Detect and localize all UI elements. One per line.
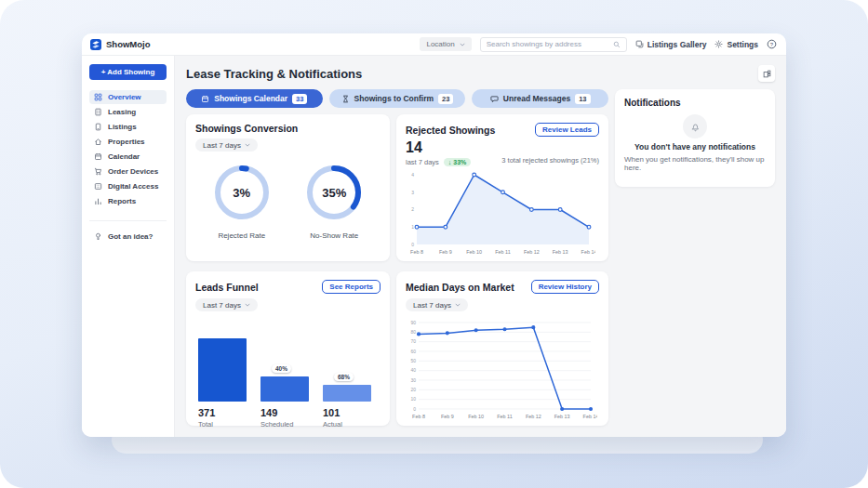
funnel-bar-scheduled: 40%149Scheduled: [260, 364, 309, 429]
location-dropdown[interactable]: Location: [420, 37, 471, 51]
search-icon: [613, 41, 621, 48]
svg-text:Feb 14: Feb 14: [581, 249, 595, 255]
conversion-range-dropdown[interactable]: Last 7 days: [195, 138, 258, 152]
rejected-count: 14: [406, 139, 471, 156]
hourglass-icon: [341, 95, 350, 103]
tabs-row: Showings Calendar 33 Showings to Confirm…: [186, 89, 608, 108]
review-leads-button[interactable]: Review Leads: [535, 123, 599, 137]
sidebar-item-label: Properties: [108, 138, 145, 146]
sidebar-item-label: Digital Access: [108, 182, 158, 191]
chevron-down-icon: [455, 303, 461, 307]
listings-gallery-label: Listings Gallery: [648, 40, 707, 49]
tab-showings-calendar[interactable]: Showings Calendar 33: [186, 89, 323, 108]
bar-value: 149: [260, 407, 309, 418]
notifications-empty-title: You don't have any notifications: [634, 142, 755, 152]
svg-text:1: 1: [411, 224, 414, 230]
svg-text:Feb 9: Feb 9: [439, 249, 452, 255]
settings-link[interactable]: Settings: [714, 40, 758, 49]
bar: [260, 376, 309, 402]
lightbulb-icon: [94, 232, 102, 241]
cart-icon: [94, 167, 102, 176]
range-label: Last 7 days: [203, 141, 241, 150]
calendar-icon: [94, 152, 102, 161]
tab-count-badge: 23: [438, 94, 453, 104]
svg-text:50: 50: [410, 358, 416, 363]
bar-label: Actual: [323, 420, 371, 429]
settings-label: Settings: [727, 40, 758, 49]
median-days-card: Median Days on Market Review History Las…: [396, 271, 608, 426]
location-label: Location: [426, 40, 454, 48]
svg-text:20: 20: [410, 387, 416, 392]
calendar-icon: [201, 95, 209, 103]
customize-dashboard-button[interactable]: [758, 65, 775, 82]
svg-text:Feb 13: Feb 13: [553, 249, 568, 255]
tab-count-badge: 33: [292, 94, 307, 104]
card-title: Rejected Showings: [406, 125, 495, 136]
sidebar-nav: Overview Leasing Listings Properties: [89, 90, 167, 208]
chat-bubble-icon: [490, 95, 499, 103]
donut-label: No-Show Rate: [310, 231, 358, 240]
showings-conversion-card: Showings Conversion Last 7 days 3: [186, 114, 390, 261]
sidebar-item-overview[interactable]: Overview: [89, 90, 167, 104]
leads-funnel-bar-chart: 371Total40%149Scheduled68%101Actual: [195, 319, 381, 429]
sidebar-item-leasing[interactable]: Leasing: [89, 105, 167, 119]
help-icon[interactable]: ?: [767, 39, 777, 49]
funnel-range-dropdown[interactable]: Last 7 days: [195, 298, 258, 311]
svg-text:Feb 12: Feb 12: [526, 414, 541, 419]
bar-label: Scheduled: [260, 420, 309, 429]
median-range-dropdown[interactable]: Last 7 days: [406, 298, 468, 311]
dashboard-icon: [94, 93, 102, 101]
search-input[interactable]: [487, 40, 609, 48]
chevron-down-icon: [245, 303, 250, 307]
funnel-bar-actual: 68%101Actual: [323, 373, 371, 429]
sidebar-item-label: Order Devices: [108, 167, 158, 176]
sidebar-item-order-devices[interactable]: Order Devices: [89, 165, 167, 178]
svg-text:Feb 10: Feb 10: [468, 414, 484, 419]
tab-showings-to-confirm[interactable]: Showings to Confirm 23: [329, 89, 466, 108]
brand-name: ShowMojo: [106, 39, 151, 49]
add-showing-button[interactable]: + Add Showing: [89, 64, 167, 80]
review-history-button[interactable]: Review History: [531, 280, 599, 294]
svg-text:2: 2: [411, 206, 414, 212]
sidebar-item-got-an-idea[interactable]: Got an idea?: [89, 230, 167, 244]
listing-doc-icon: [94, 123, 102, 131]
card-title: Showings Conversion: [195, 123, 298, 134]
svg-text:80: 80: [410, 329, 416, 335]
svg-text:Feb 12: Feb 12: [524, 249, 540, 255]
top-bar: ShowMojo Location Listings Gallery: [82, 33, 786, 56]
see-reports-button[interactable]: See Reports: [322, 280, 381, 294]
tab-label: Showings Calendar: [214, 94, 287, 103]
sidebar-item-digital-access[interactable]: Digital Access: [89, 179, 167, 193]
sidebar-item-listings[interactable]: Listings: [89, 120, 167, 134]
svg-text:Feb 11: Feb 11: [495, 249, 510, 255]
range-label: Last 7 days: [413, 301, 451, 310]
svg-text:90: 90: [410, 320, 416, 325]
sidebar-item-label: Overview: [108, 93, 141, 101]
sidebar-item-reports[interactable]: Reports: [89, 194, 167, 208]
delta-badge: ↓ 33%: [444, 158, 471, 166]
donut-value: 35%: [305, 164, 363, 221]
funnel-bar-total: 371Total: [198, 338, 247, 429]
tab-count-badge: 13: [575, 94, 590, 104]
notifications-panel: Notifications You don't have any notific…: [615, 89, 775, 187]
sidebar-item-properties[interactable]: Properties: [89, 135, 167, 149]
tab-unread-messages[interactable]: Unread Messages 13: [472, 89, 608, 108]
conversion-percent-badge: 68%: [334, 373, 354, 381]
svg-text:Feb 10: Feb 10: [466, 249, 482, 255]
svg-text:Feb 9: Feb 9: [441, 414, 454, 419]
sidebar-item-calendar[interactable]: Calendar: [89, 150, 167, 164]
svg-text:Feb 11: Feb 11: [497, 414, 512, 419]
rejected-showings-card: Rejected Showings Review Leads 14 last 7…: [396, 114, 608, 261]
rejected-range-label: last 7 days: [406, 158, 439, 166]
rejected-showings-line-chart: 01234Feb 8Feb 9Feb 10Feb 11Feb 12Feb 13F…: [406, 169, 599, 257]
notifications-title: Notifications: [624, 98, 766, 108]
showmojo-logo-icon: [90, 39, 101, 50]
donut-label: Rejected Rate: [218, 231, 265, 240]
brand[interactable]: ShowMojo: [90, 39, 172, 50]
tab-label: Unread Messages: [503, 94, 570, 103]
sidebar-item-label: Listings: [108, 123, 137, 131]
main-content: Lease Tracking & Notifications Showings …: [175, 56, 786, 437]
tab-label: Showings to Confirm: [354, 94, 434, 103]
sidebar-item-label: Reports: [108, 197, 136, 205]
listings-gallery-link[interactable]: Listings Gallery: [635, 40, 707, 49]
